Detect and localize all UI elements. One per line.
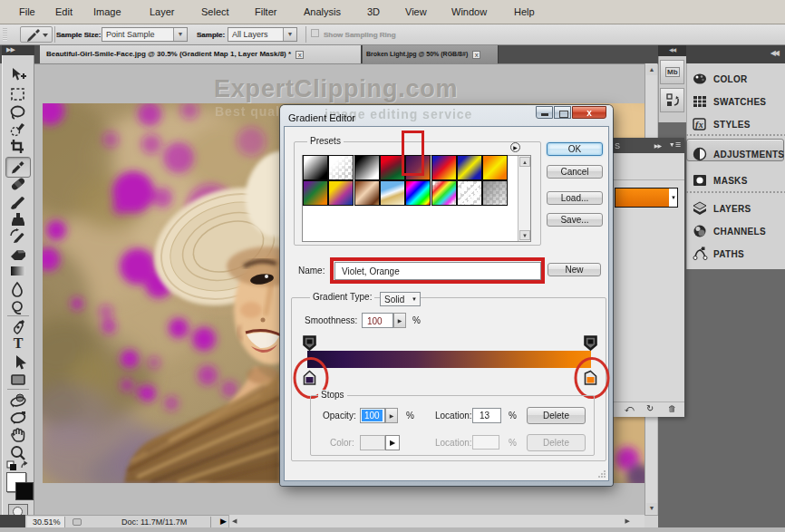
svg-text:fx: fx (695, 120, 703, 130)
